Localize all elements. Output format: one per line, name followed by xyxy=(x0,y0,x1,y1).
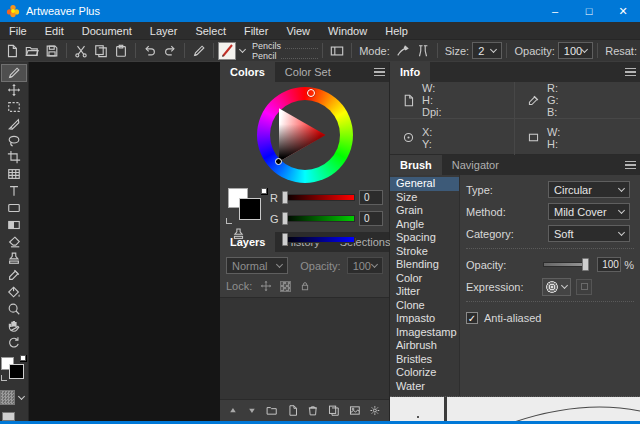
brush-category-angle[interactable]: Angle xyxy=(390,218,459,232)
green-slider[interactable] xyxy=(283,215,355,222)
layers-list[interactable] xyxy=(220,297,389,400)
expression-settings-button[interactable] xyxy=(576,279,592,295)
menu-help[interactable]: Help xyxy=(376,22,417,40)
brush-category-imagestamp[interactable]: Imagestamp xyxy=(390,326,459,340)
hand-tool[interactable] xyxy=(2,318,26,334)
layer-properties-icon[interactable] xyxy=(369,404,381,417)
tab-color-set[interactable]: Color Set xyxy=(275,62,341,82)
slice-tool[interactable] xyxy=(2,116,26,132)
default-colors-icon[interactable] xyxy=(261,188,268,195)
minimize-button[interactable]: – xyxy=(538,0,572,22)
undo-button[interactable] xyxy=(140,41,160,60)
menu-view[interactable]: View xyxy=(277,22,319,40)
menu-filter[interactable]: Filter xyxy=(235,22,277,40)
close-button[interactable]: ✕ xyxy=(606,0,640,22)
crop-tool[interactable] xyxy=(2,149,26,165)
lock-all-icon[interactable] xyxy=(299,280,311,292)
tab-navigator[interactable]: Navigator xyxy=(442,155,509,175)
zoom-tool[interactable] xyxy=(2,301,26,317)
copy-button[interactable] xyxy=(91,41,111,60)
brush-category-stroke[interactable]: Stroke xyxy=(390,245,459,259)
mesh-tool[interactable] xyxy=(2,166,26,182)
brush-opacity-handle[interactable] xyxy=(582,258,589,271)
antialiased-checkbox[interactable]: ✓ xyxy=(466,312,478,324)
brush-preview-thumbnail[interactable] xyxy=(218,42,236,60)
menu-select[interactable]: Select xyxy=(186,22,235,40)
expression-dropdown[interactable] xyxy=(542,278,571,296)
eyedropper-tool[interactable] xyxy=(2,267,26,283)
shape-tool[interactable] xyxy=(2,200,26,216)
brush-category-spacing[interactable]: Spacing xyxy=(390,231,459,245)
hue-marker[interactable] xyxy=(307,89,315,97)
brush-panel-menu-icon[interactable] xyxy=(620,155,640,175)
brush-category-jitter[interactable]: Jitter xyxy=(390,285,459,299)
brush-category-airbrush[interactable]: Airbrush xyxy=(390,339,459,353)
layer-opacity-dropdown[interactable]: 100 xyxy=(347,257,383,274)
save-button[interactable] xyxy=(42,41,62,60)
delete-layer-icon[interactable] xyxy=(307,404,319,417)
move-layer-down-icon[interactable] xyxy=(247,405,257,416)
move-layer-up-icon[interactable] xyxy=(228,405,238,416)
blend-mode-dropdown[interactable]: Normal xyxy=(226,257,288,274)
stamp-icon[interactable] xyxy=(232,226,245,244)
brush-selector-dropdown[interactable] xyxy=(236,42,248,60)
move-tool[interactable] xyxy=(2,82,26,98)
edit-brush-button[interactable] xyxy=(189,41,209,60)
blue-slider[interactable] xyxy=(283,236,355,243)
layer-effects-icon[interactable] xyxy=(349,404,361,417)
redo-button[interactable] xyxy=(160,41,180,60)
clone-stamp-tool[interactable] xyxy=(2,250,26,266)
blue-slider-handle[interactable] xyxy=(282,233,288,246)
brush-category-impasto[interactable]: Impasto xyxy=(390,312,459,326)
red-slider-handle[interactable] xyxy=(282,191,288,204)
swap-colors-icon[interactable] xyxy=(226,218,232,224)
brush-category-color[interactable]: Color xyxy=(390,272,459,286)
brush-category-general[interactable]: General xyxy=(390,177,459,191)
brush-category-blending[interactable]: Blending xyxy=(390,258,459,272)
new-group-icon[interactable] xyxy=(266,404,278,417)
maximize-button[interactable]: □ xyxy=(572,0,606,22)
tab-brush[interactable]: Brush xyxy=(390,155,442,175)
paste-button[interactable] xyxy=(111,41,131,60)
swap-colors-icon[interactable] xyxy=(1,375,7,381)
text-tool[interactable] xyxy=(2,183,26,199)
red-slider[interactable] xyxy=(283,194,355,201)
brush-tool[interactable] xyxy=(2,65,26,81)
background-color-swatch[interactable] xyxy=(239,198,261,220)
open-button[interactable] xyxy=(22,41,42,60)
green-slider-handle[interactable] xyxy=(282,212,288,225)
menu-file[interactable]: File xyxy=(0,22,36,40)
opacity-dropdown[interactable]: 100 xyxy=(558,42,593,59)
pattern-swatch[interactable] xyxy=(0,390,15,405)
color-wheel[interactable] xyxy=(257,87,353,183)
freehand-mode-button[interactable] xyxy=(393,41,413,60)
green-value-field[interactable]: 0 xyxy=(359,211,383,226)
gradient-tool[interactable] xyxy=(2,217,26,233)
pattern-selector[interactable] xyxy=(0,389,27,407)
brush-category-size[interactable]: Size xyxy=(390,191,459,205)
brush-category-grain[interactable]: Grain xyxy=(390,204,459,218)
menu-document[interactable]: Document xyxy=(73,22,141,40)
menu-layer[interactable]: Layer xyxy=(141,22,187,40)
shade-marker[interactable] xyxy=(275,158,282,165)
new-document-button[interactable] xyxy=(2,41,22,60)
background-color-swatch[interactable] xyxy=(9,364,24,379)
straight-lines-mode-button[interactable] xyxy=(413,41,433,60)
brush-category-water[interactable]: Water xyxy=(390,380,459,394)
eraser-tool[interactable] xyxy=(2,233,26,249)
lock-transparency-icon[interactable] xyxy=(280,281,291,292)
category-dropdown[interactable]: Soft xyxy=(548,225,630,242)
default-colors-icon[interactable] xyxy=(20,355,27,362)
menu-edit[interactable]: Edit xyxy=(36,22,73,40)
tab-colors[interactable]: Colors xyxy=(220,62,275,82)
fill-tool[interactable] xyxy=(2,284,26,300)
tab-info[interactable]: Info xyxy=(390,62,430,82)
gradient-swatch-partial[interactable] xyxy=(2,412,15,421)
method-dropdown[interactable]: Mild Cover xyxy=(548,203,630,220)
duplicate-layer-icon[interactable] xyxy=(328,404,340,417)
red-value-field[interactable]: 0 xyxy=(359,190,383,205)
brush-opacity-slider[interactable] xyxy=(543,262,589,267)
brush-opacity-field[interactable]: 100 xyxy=(597,257,621,272)
colors-panel-menu-icon[interactable] xyxy=(369,62,389,82)
brush-category-colorize[interactable]: Colorize xyxy=(390,366,459,380)
